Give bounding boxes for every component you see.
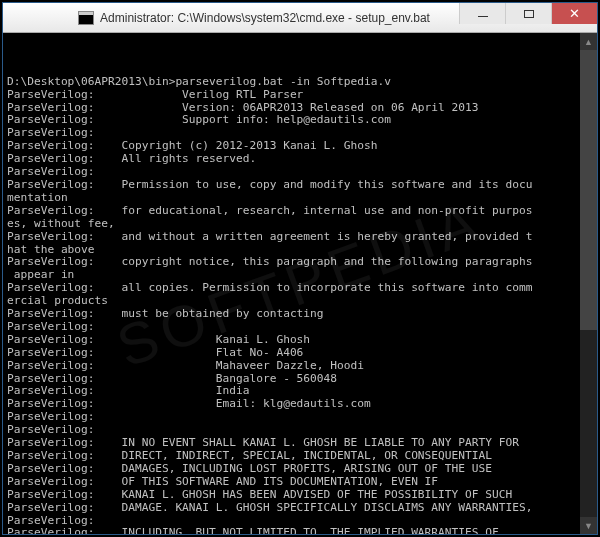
console-line: ParseVerilog: INCLUDING, BUT NOT LIMITED… <box>7 527 591 534</box>
console-line: ParseVerilog: <box>7 411 591 424</box>
console-line: ParseVerilog: must be obtained by contac… <box>7 308 591 321</box>
console-line: mentation <box>7 192 591 205</box>
console-line: ParseVerilog: KANAI L. GHOSH HAS BEEN AD… <box>7 489 591 502</box>
console-line: es, without fee, <box>7 218 591 231</box>
console-line: ParseVerilog: DAMAGES, INCLUDING LOST PR… <box>7 463 591 476</box>
console-line: ParseVerilog: copyright notice, this par… <box>7 256 591 269</box>
console-line: ParseVerilog: <box>7 321 591 334</box>
close-button[interactable]: ✕ <box>551 3 597 24</box>
console-line: ParseVerilog: Support info: help@edautil… <box>7 114 591 127</box>
console-output: SOFTPEDIA D:\Desktop\06APR2013\bin>parse… <box>3 33 597 534</box>
titlebar[interactable]: Administrator: C:\Windows\system32\cmd.e… <box>3 3 597 33</box>
cmd-icon <box>78 11 94 25</box>
console-line: ParseVerilog: Email: klg@edautils.com <box>7 398 591 411</box>
window-title: Administrator: C:\Windows\system32\cmd.e… <box>100 11 430 25</box>
console-line: ParseVerilog: and without a written agre… <box>7 231 591 244</box>
console-line: ParseVerilog: Permission to use, copy an… <box>7 179 591 192</box>
scroll-down-arrow[interactable]: ▼ <box>580 517 597 534</box>
vertical-scrollbar[interactable]: ▲ ▼ <box>580 33 597 534</box>
minimize-button[interactable] <box>459 3 505 24</box>
window-controls: ✕ <box>459 3 597 32</box>
console-line: ParseVerilog: Kanai L. Ghosh <box>7 334 591 347</box>
console-line: ParseVerilog: Verilog RTL Parser <box>7 89 591 102</box>
console-line: ParseVerilog: DAMAGE. KANAI L. GHOSH SPE… <box>7 502 591 515</box>
title-center: Administrator: C:\Windows\system32\cmd.e… <box>49 11 459 25</box>
console-line: ParseVerilog: All rights reserved. <box>7 153 591 166</box>
console-line: ParseVerilog: Mahaveer Dazzle, Hoodi <box>7 360 591 373</box>
console-line: D:\Desktop\06APR2013\bin>parseverilog.ba… <box>7 76 591 89</box>
scroll-thumb[interactable] <box>580 50 597 330</box>
console-line: ParseVerilog: DIRECT, INDIRECT, SPECIAL,… <box>7 450 591 463</box>
console-line: ParseVerilog: for educational, research,… <box>7 205 591 218</box>
scroll-up-arrow[interactable]: ▲ <box>580 33 597 50</box>
cmd-window: Administrator: C:\Windows\system32\cmd.e… <box>2 2 598 535</box>
console-line: ParseVerilog: OF THIS SOFTWARE AND ITS D… <box>7 476 591 489</box>
console-line: ParseVerilog: Flat No- A406 <box>7 347 591 360</box>
scroll-track[interactable] <box>580 50 597 517</box>
maximize-button[interactable] <box>505 3 551 24</box>
